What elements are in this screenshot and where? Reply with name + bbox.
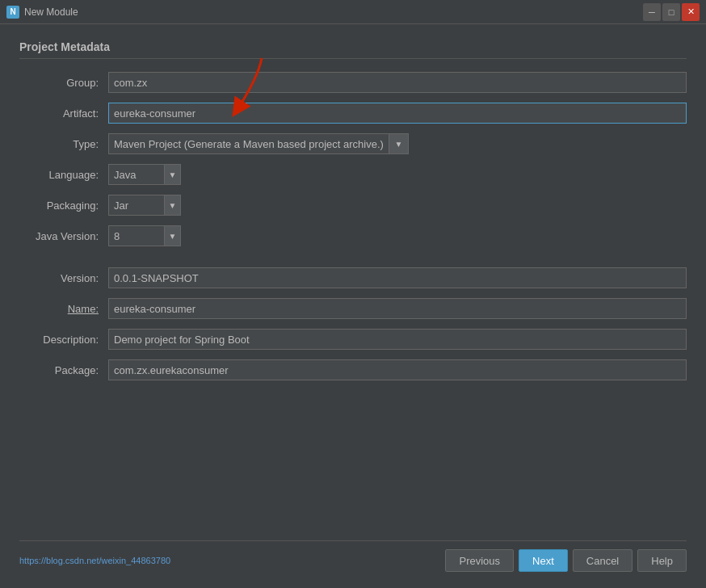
type-row: Type: Maven Project (Generate a Maven ba… <box>19 133 687 154</box>
packaging-select-value[interactable]: Jar <box>108 195 165 216</box>
language-dropdown-button[interactable]: ▼ <box>165 164 181 185</box>
minimize-button[interactable]: ─ <box>643 3 661 21</box>
java-version-row: Java Version: 8 ▼ <box>19 225 687 246</box>
type-dropdown-icon: ▼ <box>394 140 402 149</box>
language-select-value[interactable]: Java <box>108 164 165 185</box>
artifact-input[interactable] <box>108 103 687 124</box>
next-button[interactable]: Next <box>519 549 568 572</box>
language-select-wrapper: Java ▼ <box>108 164 181 185</box>
package-row: Package: <box>19 359 687 380</box>
language-dropdown-icon: ▼ <box>169 170 177 179</box>
version-row: Version: <box>19 267 687 288</box>
description-input[interactable] <box>108 329 687 350</box>
bottom-bar: https://blog.csdn.net/weixin_44863780 Pr… <box>19 540 687 572</box>
packaging-dropdown-icon: ▼ <box>169 201 177 210</box>
language-label: Language: <box>19 169 108 181</box>
java-version-label: Java Version: <box>19 230 108 242</box>
section-title: Project Metadata <box>19 40 687 59</box>
package-label: Package: <box>19 364 108 376</box>
description-label: Description: <box>19 334 108 346</box>
group-input[interactable] <box>108 72 687 93</box>
artifact-row: Artifact: <box>19 103 687 124</box>
version-label: Version: <box>19 272 108 284</box>
dialog-body: Project Metadata Group: Artifact: <box>0 24 706 588</box>
help-button[interactable]: Help <box>637 549 687 572</box>
packaging-dropdown-button[interactable]: ▼ <box>165 195 181 216</box>
previous-button[interactable]: Previous <box>445 549 514 572</box>
type-select-wrapper: Maven Project (Generate a Maven based pr… <box>108 133 409 154</box>
maximize-button[interactable]: □ <box>662 3 680 21</box>
app-icon: N <box>6 6 19 19</box>
packaging-row: Packaging: Jar ▼ <box>19 195 687 216</box>
type-dropdown-button[interactable]: ▼ <box>389 133 409 154</box>
name-input[interactable] <box>108 298 687 319</box>
artifact-label: Artifact: <box>19 107 108 120</box>
packaging-select-wrapper: Jar ▼ <box>108 195 181 216</box>
version-input[interactable] <box>108 267 687 288</box>
java-version-select-value[interactable]: 8 <box>108 225 165 246</box>
name-row: Name: <box>19 298 687 319</box>
name-label: Name: <box>19 303 108 315</box>
cancel-button[interactable]: Cancel <box>573 549 632 572</box>
close-button[interactable]: ✕ <box>682 3 700 21</box>
packaging-label: Packaging: <box>19 200 108 212</box>
group-label: Group: <box>19 77 108 89</box>
window-controls: ─ □ ✕ <box>643 3 700 21</box>
type-label: Type: <box>19 138 108 150</box>
title-bar: N New Module ─ □ ✕ <box>0 0 706 24</box>
footer-url: https://blog.csdn.net/weixin_44863780 <box>19 556 170 565</box>
java-version-dropdown-button[interactable]: ▼ <box>165 225 181 246</box>
form-area: Group: Artifact: Type: <box>19 72 687 540</box>
title-bar-text: New Module <box>24 6 78 18</box>
language-row: Language: Java ▼ <box>19 164 687 185</box>
type-select-value[interactable]: Maven Project (Generate a Maven based pr… <box>108 133 389 154</box>
package-input[interactable] <box>108 359 687 380</box>
group-row: Group: <box>19 72 687 93</box>
java-version-select-wrapper: 8 ▼ <box>108 225 181 246</box>
java-version-dropdown-icon: ▼ <box>169 232 177 241</box>
description-row: Description: <box>19 329 687 350</box>
